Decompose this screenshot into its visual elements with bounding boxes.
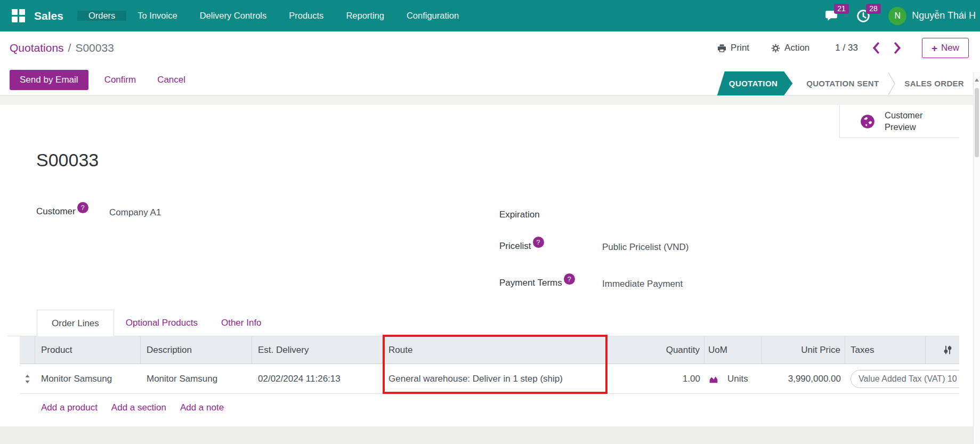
add-a-section-link[interactable]: Add a section xyxy=(111,402,166,413)
column-header-uom[interactable]: UoM xyxy=(704,336,762,364)
plus-icon: + xyxy=(932,43,937,53)
customer-preview-line1: Customer xyxy=(885,110,923,122)
add-a-product-link[interactable]: Add a product xyxy=(41,402,98,413)
breadcrumb-quotations[interactable]: Quotations xyxy=(10,42,64,54)
send-by-email-button[interactable]: Send by Email xyxy=(10,70,88,90)
column-header-route[interactable]: Route xyxy=(383,336,608,364)
breadcrumb-separator: / xyxy=(68,42,71,54)
apps-square xyxy=(19,17,25,22)
page-title: S00033 xyxy=(36,150,99,171)
cell-est-delivery[interactable]: 02/02/2024 11:26:13 xyxy=(252,364,383,393)
table-row[interactable]: Monitor Samsung Monitor Samsung 02/02/20… xyxy=(20,364,959,394)
cell-taxes[interactable]: Value Added Tax (VAT) 10 xyxy=(845,364,926,393)
tax-tag[interactable]: Value Added Tax (VAT) 10 xyxy=(851,370,959,388)
nav-item-to-invoice[interactable]: To Invoice xyxy=(126,11,188,21)
top-navbar: Sales Orders To Invoice Delivery Control… xyxy=(0,0,980,31)
activities-button[interactable]: 28 xyxy=(856,8,872,24)
control-panel-bottom: Send by Email Confirm Cancel QUOTATION Q… xyxy=(0,64,980,96)
apps-square xyxy=(12,17,18,22)
vertical-scrollbar[interactable] xyxy=(973,72,980,444)
tab-optional-products[interactable]: Optional Products xyxy=(114,310,209,336)
customer-field-label: Customer ? xyxy=(36,206,88,217)
column-header-quantity[interactable]: Quantity xyxy=(608,336,704,364)
sliders-icon xyxy=(943,345,953,355)
apps-square xyxy=(19,9,25,15)
cell-uom-text: Units xyxy=(727,374,748,384)
expiration-field-label: Expiration xyxy=(499,209,540,220)
customer-preview-button[interactable]: Customer Preview xyxy=(839,105,959,138)
help-icon[interactable]: ? xyxy=(77,202,88,213)
customer-preview-line2: Preview xyxy=(885,122,923,133)
app-name[interactable]: Sales xyxy=(34,10,63,22)
column-header-description[interactable]: Description xyxy=(141,336,252,364)
forecast-chart-icon[interactable] xyxy=(708,374,719,384)
user-name[interactable]: Nguyễn Thái H xyxy=(912,10,976,21)
column-header-unit-price[interactable]: Unit Price xyxy=(762,336,845,364)
scrollbar-up-arrow-icon[interactable] xyxy=(975,78,979,82)
pricelist-label-text: Pricelist xyxy=(499,241,531,252)
nav-left: Sales Orders To Invoice Delivery Control… xyxy=(0,0,470,31)
stage-sales-order[interactable]: SALES ORDER xyxy=(904,79,964,88)
cell-quantity[interactable]: 1.00 xyxy=(608,364,704,393)
table-footer-links: Add a product Add a section Add a note xyxy=(20,394,959,422)
control-panel-actions: Print Action 1 / 33 + New xyxy=(695,38,969,58)
cell-route[interactable]: General warehouse: Deliver in 1 step (sh… xyxy=(383,364,608,393)
up-down-arrows-icon xyxy=(24,375,31,383)
messages-badge: 21 xyxy=(834,4,849,14)
cell-product[interactable]: Monitor Samsung xyxy=(35,364,141,393)
order-lines-table: Product Description Est. Delivery Route … xyxy=(20,336,959,422)
nav-item-orders[interactable]: Orders xyxy=(77,11,126,21)
pager-previous-button[interactable] xyxy=(872,42,880,54)
help-icon[interactable]: ? xyxy=(564,273,575,285)
action-label: Action xyxy=(784,43,809,53)
stage-quotation[interactable]: QUOTATION xyxy=(717,71,792,95)
stage-separator-icon xyxy=(887,72,896,95)
tab-other-info[interactable]: Other Info xyxy=(209,310,273,336)
payment-terms-field-label: Payment Terms ? xyxy=(499,278,575,289)
new-button[interactable]: + New xyxy=(922,38,969,58)
nav-menu: Orders To Invoice Delivery Controls Prod… xyxy=(77,11,470,21)
cancel-button[interactable]: Cancel xyxy=(157,75,185,85)
apps-menu-icon[interactable] xyxy=(12,9,26,23)
confirm-button[interactable]: Confirm xyxy=(104,75,136,85)
statusbar: QUOTATION QUOTATION SENT SALES ORDER xyxy=(717,71,964,95)
new-label: New xyxy=(941,43,959,53)
add-a-note-link[interactable]: Add a note xyxy=(180,402,224,413)
cell-uom[interactable]: Units xyxy=(704,364,762,393)
customer-field-value[interactable]: Company A1 xyxy=(109,207,161,218)
table-header-row: Product Description Est. Delivery Route … xyxy=(20,336,959,364)
print-label: Print xyxy=(731,43,749,53)
column-header-est-delivery[interactable]: Est. Delivery xyxy=(252,336,383,364)
handle-column-header xyxy=(20,336,35,364)
row-drag-handle[interactable] xyxy=(20,364,35,393)
nav-item-reporting[interactable]: Reporting xyxy=(335,11,395,21)
breadcrumb-current: S00033 xyxy=(75,42,114,54)
cell-description[interactable]: Monitor Samsung xyxy=(141,364,252,393)
user-avatar[interactable]: N xyxy=(888,7,906,25)
page-background-band xyxy=(0,96,980,105)
tab-order-lines[interactable]: Order Lines xyxy=(37,310,114,336)
cell-unit-price[interactable]: 3,990,000.00 xyxy=(762,364,845,393)
messages-button[interactable]: 21 xyxy=(824,8,840,24)
nav-item-configuration[interactable]: Configuration xyxy=(395,11,470,21)
action-button[interactable]: Action xyxy=(771,43,809,53)
sales-quotation-page: Sales Orders To Invoice Delivery Control… xyxy=(0,0,980,444)
nav-item-products[interactable]: Products xyxy=(278,11,335,21)
scrollbar-thumb[interactable] xyxy=(975,88,979,157)
help-icon[interactable]: ? xyxy=(533,237,544,248)
nav-item-delivery-controls[interactable]: Delivery Controls xyxy=(189,11,278,21)
column-header-taxes[interactable]: Taxes xyxy=(845,336,926,364)
stage-quotation-sent[interactable]: QUOTATION SENT xyxy=(806,79,879,88)
payment-terms-label-text: Payment Terms xyxy=(499,278,562,288)
pricelist-field-value[interactable]: Public Pricelist (VND) xyxy=(602,242,689,253)
nav-right: 21 28 N Nguyễn Thái H xyxy=(824,0,980,31)
column-header-product[interactable]: Product xyxy=(35,336,141,364)
payment-terms-field-value[interactable]: Immediate Payment xyxy=(602,279,683,289)
customer-label-text: Customer xyxy=(36,206,76,217)
globe-icon xyxy=(860,114,875,129)
optional-columns-button[interactable] xyxy=(926,336,959,364)
pager-next-button[interactable] xyxy=(894,42,902,54)
chevron-right-icon xyxy=(894,42,902,54)
print-button[interactable]: Print xyxy=(717,43,749,53)
form-sheet: Customer Preview S00033 Customer ? Compa… xyxy=(7,105,959,426)
